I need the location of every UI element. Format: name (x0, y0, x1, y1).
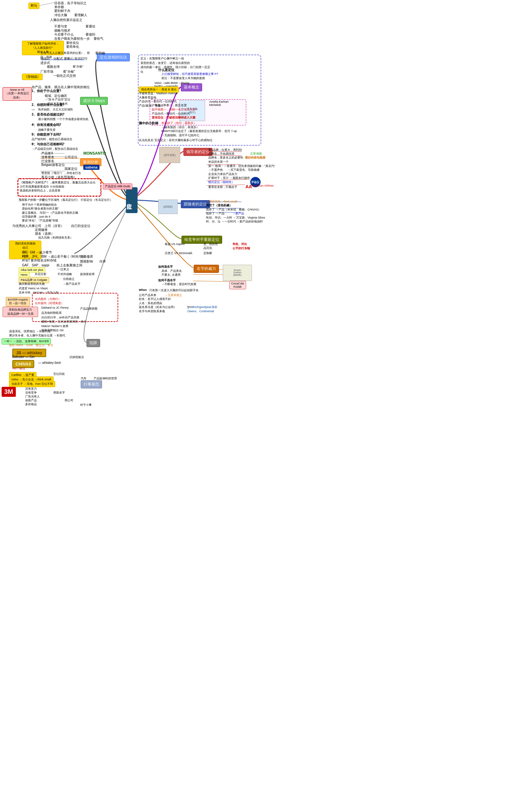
node-alka: Alka-Selt zer plus (19, 267, 45, 273)
section-follower: 跟随者的定位 (181, 200, 210, 208)
node-diehard: Diehard vs JC Penny (41, 306, 69, 309)
node-fanwei: 原始化和"接合者新分的主额" (22, 207, 59, 211)
node-aa-airlines: American Airlines (251, 184, 274, 187)
node-zhinei-kj: 找空了（逆色机械） (206, 203, 232, 207)
node-brand-mingcheng: 品牌名，客多名之的必要性 (208, 156, 243, 160)
node-alka-r: 一过来义 (57, 267, 69, 272)
node-goodrich: goodrich/goodyear深农 (187, 305, 217, 309)
node-renxing: 任率 (99, 259, 106, 264)
node-yiming-new: 用新名字 (53, 391, 65, 395)
node-step2: 2、你想到有什么位置? (32, 103, 65, 107)
node-youxiu: 与优秀的人共事 (12, 224, 35, 228)
node-cadillac-r: 宝位归处 (53, 372, 65, 376)
node-buxiu: 前注：不是要改变人本为物的套路 (161, 76, 205, 81)
section-xinshi-guifan: 行事规范 (81, 380, 102, 388)
node-jintian: 今后要干什么 (54, 32, 74, 37)
node-hanbao: 汉堡王 VS McDonald. (165, 251, 193, 256)
follower-image: [跟随图] (158, 200, 177, 214)
node-yuke-pingjia: 预期客户的唯一评价 (19, 198, 45, 202)
node-zui-hao: →最好的面包箱器 (242, 156, 266, 160)
node-gongsi-dw: 公司定位 (65, 155, 77, 159)
node-att: AT&T 要并租名没时存续 (22, 258, 57, 263)
node-yingxiaozhan: 《营销战》 (22, 74, 43, 80)
node-chongji: 冲击大脑 (54, 13, 67, 17)
node-yaoming: 要明确 (95, 51, 105, 56)
node-milk-duds: 产品定位 Milk Duds (103, 184, 132, 189)
node-when: When (139, 288, 147, 292)
node-yong-gongsi: 用公司 (65, 398, 73, 403)
node-xiatian: →买下新货失、导新格楼 (228, 168, 260, 172)
node-aspirin-vs: 泰逊 VS Aspirin (165, 242, 185, 246)
node-ge-gm: GE、GM →减少看节 (22, 250, 52, 255)
node-owens: Owens、Continental (187, 309, 214, 314)
node-renziran: 人脑自然性展示远近之 (50, 18, 82, 22)
node-yaoqi: 要给气 (94, 37, 103, 41)
node-amelia: Amelia EarhartMichelob (209, 100, 242, 106)
node-xincp-name: →新产品名字 (63, 282, 81, 286)
node-zijian: 字键务受益：Madison Avenue (139, 91, 177, 96)
node-buxi: →不显声色 (208, 168, 223, 172)
node-wendao: 温道演化、优势地位 →长期代偿 (9, 329, 51, 334)
node-yingxiao-r: 一朝先正式交得 (53, 74, 76, 78)
node-xerox-fail: 施乐数据系统的失败 (19, 282, 45, 286)
node-yaoduiqi: 要做到 (86, 32, 95, 37)
node-hang-dingwei: 行驻定位（长岛定位行） (81, 198, 113, 202)
node-xuanchuan: 宣传定位：打破前沿障碍进入大脑 (152, 116, 195, 120)
node-wumingdizhu: 无名前席 (80, 255, 93, 259)
node-bujixu: 战略不要失变 (38, 128, 56, 132)
3m-logo: 3M (2, 387, 16, 397)
node-zijiyeye: 自己职业定位 (71, 224, 90, 228)
node-shipao: 识保投验法 (69, 355, 84, 359)
node-chanpin-dingwei: →产品链定位时，配告自己基础信念 (32, 147, 78, 151)
node-yema: 野马 (28, 3, 39, 9)
node-dangqian: 当前关于 →等地、Fort 宝位不明 (9, 381, 55, 387)
node-none-or-all: None or All（后度一·本程这已况准） (3, 87, 32, 101)
node-renrui: 要理解人 (74, 13, 87, 17)
section-success-6steps: 成功 6 Steps (80, 97, 108, 105)
node-step1-q: 1、你处于什么位置? (32, 89, 61, 93)
node-buyubian: 不爱与变 (54, 24, 67, 29)
node-outer-bigdog: 出内面外（大狗行） (35, 297, 61, 301)
node-buyao-wangyong: 不要太, 太通用 (161, 273, 181, 277)
node-yema-sub3: 爱到鲜子亦 (54, 9, 70, 13)
node-mosha: 摩沙失令者、在人脑中无输出位置 →长期代 (9, 334, 65, 338)
node-quanqiushi: 着眼全球 (47, 64, 60, 69)
leader-image: [领导者图] (159, 147, 180, 163)
node-hertz-r1: 外后分析 (35, 272, 46, 276)
node-guojia-dw: 国家定位 (65, 166, 77, 171)
node-mingzi-laiyuan: 名字与本层联系来着 (139, 309, 165, 314)
node-step6: 6、与你自己话相称吗? (32, 142, 65, 147)
brands-image: BreadsSnables[商标图] (223, 265, 252, 281)
node-7up: →无效能制、选可不七段内七 (161, 133, 199, 137)
center-node: 定位 (126, 187, 138, 213)
sabena-logo: sabena (83, 165, 99, 170)
node-xianghao: 品产链到时，能告自己基础信念 (32, 137, 72, 141)
node-belgian: Belgian游客定位 (41, 163, 65, 167)
node-pengyou: 朋友（选择） (35, 232, 54, 236)
node-cocacola: CocaColaKodak (229, 281, 246, 289)
node-step4: 4、你有没感觉会吗? (32, 123, 61, 127)
monsanto-logo: MONSANTO (83, 151, 106, 156)
node-dijia: 低价了 →产品 (206, 212, 225, 216)
node-brand-power: 亲刺自身品牌实力提高品牌一对一关系 (3, 307, 38, 317)
node-zaigei: 在客户期友为最初先一步 (54, 37, 90, 41)
node-changqian: 厂前市场 (40, 69, 53, 74)
node-fenpei: 分配式 要断心 轻后打行 (53, 57, 87, 61)
case-dashed-area: 《顾预购户-实鲜竞产》...最终重新定位，案赢怎品质大众出 少打车抵乘最新更成功… (18, 178, 101, 196)
node-beefeater: Bafeater — Gin (12, 355, 34, 359)
node-qinjin: 要亲近名称，打截在于 (208, 185, 237, 189)
node-hertz-r2: 不对外战略 (57, 272, 72, 276)
node-diyushi: 地域式 (40, 57, 50, 61)
node-dashangyi: 着"办板" (63, 69, 75, 74)
node-step5: 5、你能坚持下去吗? (32, 132, 61, 137)
node-yxs: 对于小事广告多重性一般产品门问横 (80, 403, 122, 406)
section-name-power: 名字的威力 (194, 265, 219, 273)
node-naonerti: 脑中的小阶梯 (139, 121, 158, 126)
node-shiduan: 时、分、位 →一次时代 →新产品的价格战时 (206, 219, 263, 224)
node-dingwei-quyukong: 定位于区域性（孤岛定位行） (42, 198, 80, 202)
node-pg-r: 分段级之 (63, 277, 75, 281)
node-dingzhi: 定制桥 (203, 251, 212, 256)
node-yu-heinz: 渝此 Heinz、Scott、通过21、长大 (9, 343, 53, 347)
node-sap-r: 前上去集聚难之间 (57, 263, 82, 268)
node-fudai: 细分定位（独特性） (208, 180, 234, 184)
